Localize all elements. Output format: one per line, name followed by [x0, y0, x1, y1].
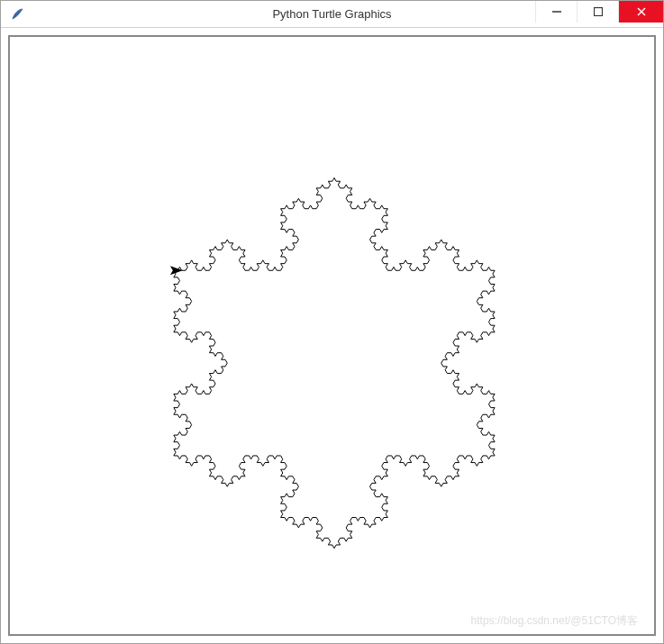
- minimize-button[interactable]: [535, 1, 577, 23]
- turtle-cursor-icon: [170, 266, 183, 275]
- koch-snowflake-drawing: [10, 37, 654, 634]
- titlebar[interactable]: Python Turtle Graphics: [1, 1, 663, 28]
- close-button[interactable]: [618, 1, 663, 23]
- feather-icon: [8, 5, 26, 23]
- window-controls: [535, 1, 663, 27]
- app-window: Python Turtle Graphics https://blog.csdn…: [0, 0, 664, 644]
- turtle-canvas: https://blog.csdn.net/@51CTO博客: [8, 35, 656, 636]
- maximize-button[interactable]: [577, 1, 618, 23]
- window-title: Python Turtle Graphics: [272, 7, 391, 21]
- koch-path: [174, 177, 495, 548]
- svg-rect-1: [594, 8, 602, 16]
